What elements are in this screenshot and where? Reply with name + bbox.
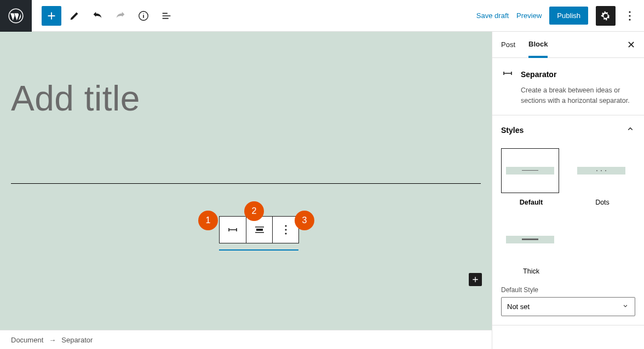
wordpress-logo[interactable] (0, 0, 32, 32)
add-block-inline-button[interactable] (469, 273, 482, 286)
styles-panel: Styles Default Dots Thick Default Style … (492, 115, 644, 325)
settings-button[interactable] (596, 6, 616, 26)
post-title-input[interactable]: Add title (11, 78, 481, 119)
annotation-1: 1 (198, 211, 218, 230)
style-label: Thick (501, 267, 561, 275)
add-block-button[interactable] (42, 6, 61, 26)
svg-point-3 (629, 15, 630, 16)
style-default[interactable]: Default (501, 148, 561, 206)
publish-button[interactable]: Publish (549, 7, 588, 25)
svg-point-2 (629, 11, 630, 13)
block-toolbar (219, 216, 299, 243)
svg-point-7 (285, 229, 286, 230)
svg-point-8 (285, 232, 286, 234)
block-description-text: Create a break between ideas or sections… (521, 85, 635, 106)
undo-icon[interactable] (88, 6, 107, 26)
annotation-3: 3 (295, 211, 314, 230)
tab-post[interactable]: Post (501, 32, 515, 57)
svg-point-4 (629, 19, 630, 20)
annotation-2: 2 (244, 201, 264, 221)
selection-indicator (219, 249, 298, 251)
info-icon[interactable] (134, 6, 153, 26)
redo-icon[interactable] (111, 6, 130, 26)
close-sidebar-icon[interactable]: ✕ (627, 39, 635, 51)
top-left-tools (32, 6, 176, 26)
preview-button[interactable]: Preview (516, 11, 542, 20)
svg-rect-5 (256, 229, 263, 231)
save-draft-button[interactable]: Save draft (476, 11, 509, 20)
breadcrumb-arrow: → (49, 336, 56, 344)
styles-title: Styles (501, 126, 524, 135)
select-value: Not set (507, 303, 530, 311)
breadcrumb-current[interactable]: Separator (61, 336, 93, 344)
sidebar-tabs: Post Block ✕ (492, 32, 644, 58)
breadcrumb-footer: Document → Separator (0, 330, 492, 349)
svg-point-6 (285, 225, 286, 226)
default-style-label: Default Style (501, 286, 635, 294)
block-name: Separator (521, 70, 556, 79)
edit-mode-icon[interactable] (65, 6, 84, 26)
more-options-icon[interactable] (623, 11, 636, 21)
style-dots[interactable]: Dots (572, 148, 633, 206)
style-label: Dots (572, 199, 633, 206)
styles-panel-toggle[interactable]: Styles (501, 124, 635, 136)
top-right-actions: Save draft Preview Publish (476, 6, 644, 26)
editor-canvas[interactable]: Add title 1 2 3 (0, 32, 492, 330)
separator-block[interactable] (11, 183, 481, 184)
top-toolbar: Save draft Preview Publish (0, 0, 644, 32)
chevron-down-icon (622, 302, 629, 311)
style-label: Default (501, 199, 561, 206)
block-description: Separator Create a break between ideas o… (492, 58, 644, 115)
settings-sidebar: Post Block ✕ Separator Create a break be… (492, 32, 644, 349)
chevron-up-icon (625, 124, 635, 136)
breadcrumb-root[interactable]: Document (11, 336, 43, 344)
separator-icon (501, 67, 514, 82)
style-thick[interactable]: Thick (501, 217, 561, 275)
block-type-icon[interactable] (220, 217, 246, 243)
align-button[interactable] (246, 217, 272, 243)
outline-icon[interactable] (157, 6, 176, 26)
default-style-select[interactable]: Not set (501, 297, 635, 316)
tab-block[interactable]: Block (528, 32, 548, 58)
